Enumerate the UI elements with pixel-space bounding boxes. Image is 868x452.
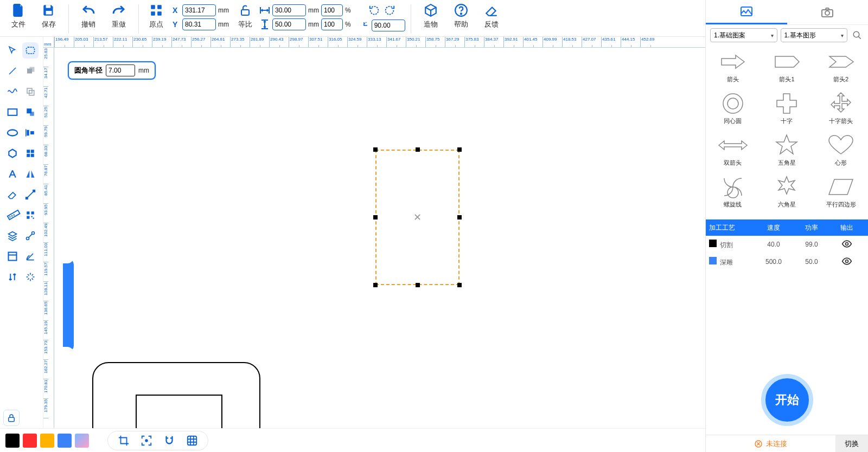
- svg-rect-20: [27, 154, 30, 157]
- svg-rect-23: [33, 190, 35, 192]
- category-select-1[interactable]: 1.基础图案: [710, 28, 777, 42]
- table-row[interactable]: 深雕500.050.0: [706, 253, 868, 270]
- category-select-2[interactable]: 1.基本图形: [781, 28, 848, 42]
- tab-gallery[interactable]: [706, 0, 787, 24]
- color-swatch[interactable]: [40, 434, 54, 448]
- layers-icon[interactable]: [4, 228, 21, 244]
- eye-icon[interactable]: [841, 240, 852, 248]
- magnet-icon[interactable]: [162, 434, 176, 448]
- shape-fill-icon[interactable]: [22, 63, 39, 79]
- width-pct-input[interactable]: [321, 4, 343, 16]
- edit-node-icon[interactable]: [22, 186, 39, 203]
- y-input[interactable]: [182, 18, 216, 30]
- svg-point-41: [846, 260, 848, 262]
- curve-tool-icon[interactable]: [4, 83, 21, 100]
- color-swatch[interactable]: [23, 434, 37, 448]
- dual-square-icon[interactable]: [22, 104, 39, 120]
- shape-item[interactable]: 螺旋线: [706, 174, 760, 215]
- rounded-rect-tool-icon[interactable]: [22, 42, 39, 59]
- corner-radius-input[interactable]: [106, 64, 135, 76]
- line-tool-icon[interactable]: [4, 63, 21, 79]
- text-tool-icon[interactable]: [4, 166, 21, 182]
- crop-icon[interactable]: [117, 434, 131, 448]
- origin-button[interactable]: 原点: [144, 2, 168, 33]
- color-swatch[interactable]: [58, 434, 72, 448]
- shape-item[interactable]: 平行四边形: [814, 174, 868, 215]
- shape-item[interactable]: 十字: [760, 91, 814, 131]
- canvas-area[interactable]: mm 196.49205.03213.57222.11230.65239.192…: [43, 37, 705, 428]
- burst-icon[interactable]: [22, 269, 39, 285]
- shape-label: 平行四边形: [826, 201, 856, 209]
- svg-point-43: [145, 440, 148, 442]
- shape-item[interactable]: 六角星: [760, 174, 814, 215]
- connection-status[interactable]: 未连接: [706, 435, 835, 452]
- rotate-ccw-icon[interactable]: [368, 4, 380, 18]
- undo-button[interactable]: 撤销: [74, 2, 103, 33]
- search-icon[interactable]: [851, 29, 864, 42]
- artboard-icon[interactable]: [4, 248, 21, 264]
- feedback-button[interactable]: 反馈: [477, 2, 506, 33]
- shape-label: 箭头1: [779, 75, 794, 83]
- ruler-tool-icon[interactable]: [4, 207, 21, 223]
- shape-item[interactable]: 同心圆: [706, 91, 760, 131]
- svg-rect-22: [26, 197, 28, 199]
- shape-label: 螺旋线: [724, 201, 742, 209]
- origin-label: 原点: [149, 20, 163, 29]
- rotate-cw-icon[interactable]: [384, 4, 395, 18]
- shape-item[interactable]: 双箭头: [706, 132, 760, 173]
- svg-rect-12: [8, 109, 17, 115]
- lock-canvas-icon[interactable]: [3, 410, 20, 426]
- ruler-h-tick: 427.07: [582, 37, 601, 47]
- ellipse-tool-icon[interactable]: [4, 125, 21, 141]
- redo-button[interactable]: 重做: [105, 2, 133, 33]
- align-icon[interactable]: [22, 125, 39, 141]
- select-tool-icon[interactable]: [4, 42, 21, 59]
- width-input[interactable]: [272, 4, 306, 16]
- redo-icon: [111, 2, 127, 18]
- qrcode-icon[interactable]: [22, 207, 39, 223]
- shape-item[interactable]: 心形: [814, 132, 868, 173]
- focus-icon[interactable]: [139, 434, 154, 448]
- ruler-h-tick: 384.37: [484, 37, 503, 47]
- ruler-h-tick: 196.49: [54, 37, 74, 47]
- help-button[interactable]: 帮助: [447, 2, 475, 33]
- grid-icon[interactable]: [185, 434, 199, 448]
- color-swatch[interactable]: [75, 434, 89, 448]
- copy-icon[interactable]: [22, 83, 39, 100]
- selection-rect[interactable]: ✕: [375, 150, 459, 285]
- shape-item[interactable]: 十字箭头: [814, 91, 868, 131]
- polygon-tool-icon[interactable]: [4, 145, 21, 162]
- file-button[interactable]: 文件: [4, 2, 33, 33]
- height-icon: [259, 20, 270, 29]
- switch-button[interactable]: 切换: [835, 435, 868, 452]
- shape-item[interactable]: 五角星: [760, 132, 814, 173]
- tab-camera[interactable]: [787, 0, 869, 24]
- erase-tool-icon[interactable]: [4, 186, 21, 203]
- shape-grid: 箭头箭头1箭头2同心圆十字十字箭头双箭头五角星心形螺旋线六角星平行四边形: [706, 46, 868, 219]
- shape-item[interactable]: 箭头: [706, 49, 760, 89]
- shape-item[interactable]: 箭头2: [814, 49, 868, 89]
- stage[interactable]: 圆角半径 mm ✕: [54, 48, 705, 428]
- mirror-icon[interactable]: [22, 166, 39, 182]
- make-button[interactable]: 造物: [417, 2, 445, 33]
- rotate-input[interactable]: [372, 20, 405, 31]
- lock-ratio-label: 等比: [238, 20, 252, 29]
- blue-bracket-shape[interactable]: [63, 259, 74, 351]
- x-input[interactable]: [182, 4, 216, 16]
- lock-ratio-button[interactable]: 等比: [234, 2, 256, 33]
- table-row[interactable]: 切割40.099.0: [706, 236, 868, 253]
- shape-item[interactable]: 箭头1: [760, 49, 814, 89]
- color-swatch[interactable]: [5, 434, 20, 448]
- grid-shape-icon[interactable]: [22, 145, 39, 162]
- x-axis-label: X: [173, 6, 180, 15]
- eye-icon[interactable]: [841, 257, 852, 265]
- rect-tool-icon[interactable]: [4, 104, 21, 120]
- height-pct-input[interactable]: [321, 18, 343, 30]
- protractor-icon[interactable]: [22, 248, 39, 264]
- sort-icon[interactable]: [4, 269, 21, 285]
- svg-point-15: [8, 130, 17, 136]
- start-button[interactable]: 开始: [761, 374, 813, 426]
- path-tool-icon[interactable]: [22, 228, 39, 244]
- height-input[interactable]: [272, 18, 306, 30]
- save-button[interactable]: 保存: [35, 2, 63, 33]
